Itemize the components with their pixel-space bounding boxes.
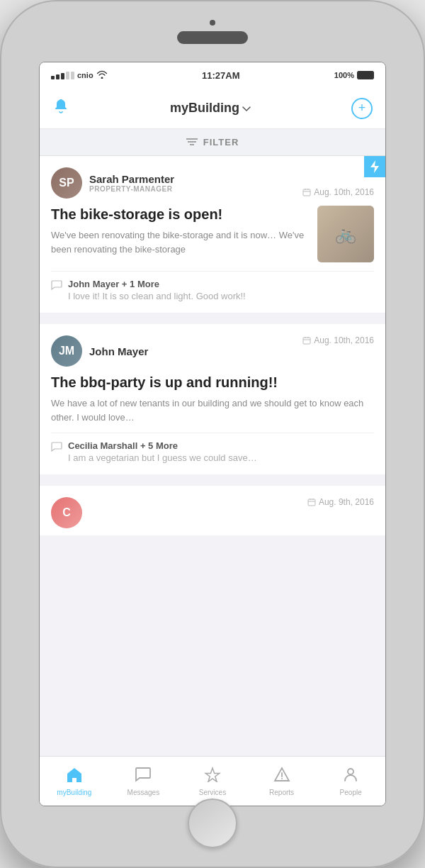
add-post-button[interactable]: + [351,98,373,119]
post-2-date: Aug. 10th, 2016 [302,335,374,345]
avatar-sarah: SP [51,167,82,199]
divider-1 [40,318,385,324]
svg-rect-7 [303,338,310,344]
tab-people[interactable]: People [326,767,375,796]
tab-messages-label: Messages [128,789,160,796]
comment-2-author: Cecilia Marshall + 5 More [68,440,257,451]
tab-people-label: People [340,789,362,796]
post-1-header: SP Sarah Parmenter PROPERTY-MANAGER [51,167,374,199]
author-role-1: PROPERTY-MANAGER [89,185,174,193]
phone-frame: cnio 11:27AM 100% [0,0,425,868]
wifi-icon [96,70,108,81]
author-info-2: John Mayer [89,345,148,357]
post-card-2[interactable]: JM John Mayer Aug. 10th, 2016 [40,324,385,474]
partial-date: Aug. 9th, 2016 [307,497,374,507]
comment-1: John Mayer + 1 More I love it! It is so … [51,279,374,301]
author-name-1: Sarah Parmenter [89,173,174,185]
post-1-content: The bike-storage is open! We've been ren… [51,206,374,262]
tab-reports[interactable]: Reports [257,767,307,796]
comment-1-author: John Mayer + 1 More [68,279,246,289]
author-name-2: John Mayer [89,345,148,357]
home-button[interactable] [188,799,237,848]
status-right: 100% [334,71,374,79]
comment-1-content: John Mayer + 1 More I love it! It is so … [68,279,246,301]
person-icon [342,767,359,786]
post-2-content: The bbq-party is up and running!! We hav… [51,374,374,424]
post-1-title: The bike-storage is open! [51,206,309,223]
comment-bubble-icon-2 [51,442,62,455]
status-bar: cnio 11:27AM 100% [40,62,385,88]
tab-reports-label: Reports [269,789,294,796]
status-left: cnio [51,70,108,81]
speaker [177,31,248,44]
message-icon [135,767,152,786]
filter-icon [186,137,198,148]
app-header: myBuilding + [40,88,385,129]
chevron-down-icon [242,103,251,114]
post-1-author: SP Sarah Parmenter PROPERTY-MANAGER [51,167,174,199]
star-icon [204,767,221,786]
post-2-title: The bbq-party is up and running!! [51,374,374,391]
tab-messages[interactable]: Messages [118,767,168,796]
badge-lightning [364,156,385,177]
tab-mybuilding-label: myBuilding [57,789,91,796]
avatar-john: JM [51,335,82,367]
signal-dots [51,72,74,79]
status-time: 11:27AM [202,70,239,81]
post-2-date-text: Aug. 10th, 2016 [314,335,374,345]
filter-bar[interactable]: FILTER [40,129,385,156]
comment-2: Cecilia Marshall + 5 More I am a vegetar… [51,440,374,463]
post-2-author: JM John Mayer [51,335,148,367]
comment-2-content: Cecilia Marshall + 5 More I am a vegetar… [68,440,257,463]
post-1-text: The bike-storage is open! We've been ren… [51,206,309,262]
battery-label: 100% [334,71,354,79]
post-1-date-text: Aug. 10th, 2016 [314,187,374,197]
author-info-1: Sarah Parmenter PROPERTY-MANAGER [89,173,174,193]
tab-mybuilding[interactable]: myBuilding [50,767,99,796]
comment-bubble-icon [51,280,62,293]
filter-label: FILTER [203,137,239,148]
divider-2 [40,480,385,486]
alert-icon [273,767,290,786]
bell-button[interactable] [52,98,69,119]
battery-icon [357,71,374,79]
post-2-comments: Cecilia Marshall + 5 More I am a vegetar… [51,433,374,463]
header-title[interactable]: myBuilding [170,101,251,116]
post-1-comments: John Mayer + 1 More I love it! It is so … [51,271,374,301]
svg-point-16 [281,778,283,779]
post-1-image [317,206,374,262]
svg-rect-11 [308,499,315,506]
post-card-partial[interactable]: C Aug. 9th, 2016 [40,486,385,535]
avatar-partial: C [51,497,82,528]
post-2-header: JM John Mayer Aug. 10th, 2016 [51,335,374,367]
svg-rect-3 [303,189,310,196]
partial-date-text: Aug. 9th, 2016 [319,497,374,507]
carrier-label: cnio [77,71,94,79]
post-2-body: We have a lot of new tenants in our buil… [51,396,374,424]
screen: cnio 11:27AM 100% [39,62,386,806]
comment-1-text: I love it! It is so clean and light. Goo… [68,291,246,301]
post-1-body: We've been renovating the bike-storage a… [51,228,309,256]
partial-author: C [51,497,82,528]
partial-header: C Aug. 9th, 2016 [51,497,374,528]
post-card-1[interactable]: SP Sarah Parmenter PROPERTY-MANAGER [40,156,385,313]
tab-services-label: Services [199,789,226,796]
tab-services[interactable]: Services [188,767,237,796]
app-title-text: myBuilding [170,101,239,116]
house-icon [66,767,83,786]
svg-point-17 [348,769,353,774]
post-1-date: Aug. 10th, 2016 [302,187,374,197]
post-2-text: The bbq-party is up and running!! We hav… [51,374,374,424]
content-area: SP Sarah Parmenter PROPERTY-MANAGER [40,156,385,756]
comment-2-text: I am a vegetarian but I guess we could s… [68,452,257,463]
